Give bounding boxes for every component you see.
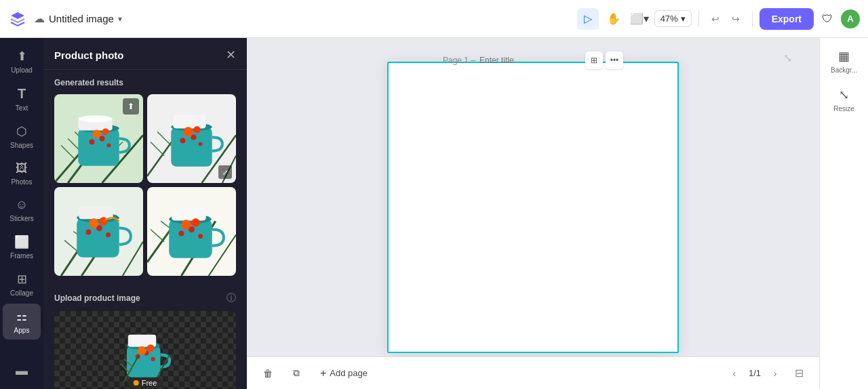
svg-point-59	[192, 218, 200, 226]
zoom-control[interactable]: 47% ▾	[654, 10, 692, 27]
canvas-wrapper: Page 1 – ⊞ ••• ⤡	[247, 38, 819, 356]
free-badge-dot	[134, 380, 139, 386]
duplicate-page-button[interactable]: ⧉	[286, 363, 307, 384]
svg-point-66	[138, 346, 146, 355]
app-logo	[8, 9, 27, 28]
upload-header: Upload product image ⓘ	[54, 292, 236, 304]
page-label-bar: Page 1 – ⊞ •••	[443, 52, 623, 69]
delete-page-button[interactable]: 🗑	[258, 363, 278, 384]
title-section: ☁ Untitled image ▾	[34, 12, 570, 25]
frame-view-button[interactable]: ⊞	[585, 52, 603, 69]
panel-header: Product photo ✕	[43, 38, 247, 70]
svg-point-16	[78, 115, 112, 122]
background-panel-icon: ▦	[838, 49, 850, 64]
more-options-button[interactable]: •••	[606, 52, 623, 69]
topbar: ☁ Untitled image ▾ ▷ ✋ ⬜▾ 47% ▾ ↩ ↪ Expo…	[0, 0, 868, 38]
svg-point-27	[191, 134, 196, 140]
right-panel-resize[interactable]: ⤡ Resize	[824, 82, 865, 118]
zoom-value: 47%	[660, 14, 678, 24]
stickers-icon: ☺	[16, 198, 28, 212]
sidebar-item-collage[interactable]: ⊞ Collage	[3, 266, 41, 302]
frames-icon: ⬜	[14, 234, 29, 249]
notes-icon: ▬	[16, 364, 28, 378]
grid-view-button[interactable]: ⊟	[789, 364, 808, 383]
redo-button[interactable]: ↪	[726, 9, 745, 28]
svg-rect-25	[173, 115, 205, 128]
sidebar-item-upload[interactable]: ⬆ Upload	[3, 43, 41, 79]
svg-point-12	[100, 136, 105, 141]
result-thumb-4[interactable]	[147, 187, 236, 276]
sidebar-item-label-frames: Frames	[10, 252, 33, 260]
sidebar-item-photos[interactable]: 🖼 Photos	[3, 156, 41, 191]
results-grid: ⬆	[54, 94, 236, 276]
sidebar-item-stickers[interactable]: ☺ Stickers	[3, 192, 41, 228]
result-thumb-3[interactable]	[54, 187, 143, 276]
next-page-button[interactable]: ›	[766, 365, 784, 382]
title-chevron-icon[interactable]: ▾	[118, 14, 122, 24]
svg-point-13	[107, 144, 111, 148]
zoom-chevron-icon: ▾	[681, 14, 686, 24]
resize-panel-label: Resize	[833, 105, 854, 112]
result-thumb-1[interactable]: ⬆	[54, 94, 143, 183]
panel-sidebar: Product photo ✕ Generated results	[43, 38, 247, 389]
right-panel: ▦ Backgr... ⤡ Resize	[819, 38, 868, 389]
svg-point-28	[199, 142, 203, 146]
sidebar-item-label-stickers: Stickers	[9, 215, 34, 222]
svg-point-44	[100, 217, 108, 225]
svg-point-40	[85, 229, 91, 234]
undo-redo-group: ↩ ↪	[706, 9, 745, 28]
svg-point-29	[183, 127, 193, 136]
result-thumb-2[interactable]: ⤢	[147, 94, 236, 183]
free-badge-label: Free	[142, 379, 157, 387]
free-badge: Free	[128, 377, 163, 388]
generated-results-label: Generated results	[54, 78, 236, 87]
svg-point-11	[89, 140, 94, 145]
sidebar-item-apps[interactable]: ⚏ Apps	[3, 304, 41, 340]
avatar[interactable]: A	[841, 9, 860, 28]
sidebar-item-shapes[interactable]: ⬡ Shapes	[3, 119, 41, 155]
toolbar-divider-2	[752, 11, 753, 27]
bottom-bar: 🗑 ⧉ + Add page ‹ 1/1 › ⊟	[247, 356, 819, 389]
sidebar-item-label-upload: Upload	[11, 66, 33, 74]
export-button[interactable]: Export	[760, 8, 814, 30]
sidebar-item-label-collage: Collage	[10, 289, 33, 297]
plus-icon: +	[320, 367, 326, 380]
canvas-area: Page 1 – ⊞ ••• ⤡ 🗑 ⧉ + Add page ‹ 1/1	[247, 38, 819, 389]
document-title[interactable]: Untitled image	[49, 13, 114, 24]
add-page-button[interactable]: + Add page	[315, 364, 373, 383]
page-number-label: Page 1 –	[443, 56, 475, 65]
svg-point-55	[178, 230, 184, 236]
text-icon: T	[18, 86, 26, 102]
icon-sidebar: ⬆ Upload T Text ⬡ Shapes 🖼 Photos ☺ Stic…	[0, 38, 43, 389]
page-indicator: 1/1	[749, 368, 761, 378]
sidebar-item-frames[interactable]: ⬜ Frames	[3, 229, 41, 265]
select-tool-button[interactable]: ▷	[577, 8, 599, 30]
frame-tool-button[interactable]: ⬜▾	[629, 8, 650, 30]
svg-rect-54	[172, 207, 205, 220]
info-icon[interactable]: ⓘ	[226, 292, 236, 304]
photos-icon: 🖼	[16, 161, 28, 176]
main-layout: ⬆ Upload T Text ⬡ Shapes 🖼 Photos ☺ Stic…	[0, 38, 868, 389]
panel-close-button[interactable]: ✕	[226, 47, 236, 62]
shield-icon: 🛡	[818, 9, 837, 28]
page-title-input[interactable]	[479, 56, 581, 65]
bottom-right: ‹ 1/1 › ⊟	[726, 364, 808, 383]
hand-tool-button[interactable]: ✋	[603, 8, 625, 30]
svg-point-26	[180, 138, 185, 143]
svg-point-15	[102, 128, 109, 135]
undo-button[interactable]: ↩	[706, 9, 725, 28]
thumb1-upload-icon: ⬆	[123, 98, 139, 115]
resize-panel-icon: ⤡	[839, 87, 849, 102]
right-panel-background[interactable]: ▦ Backgr...	[824, 43, 865, 79]
thumb2-expand-icon: ⤢	[218, 165, 232, 179]
prev-page-button[interactable]: ‹	[726, 365, 743, 382]
topbar-tools: ▷ ✋ ⬜▾ 47% ▾ ↩ ↪ Export 🛡 A	[577, 8, 860, 30]
sidebar-item-text[interactable]: T Text	[3, 81, 41, 117]
sidebar-item-label-text: Text	[16, 104, 28, 112]
add-page-label: Add page	[330, 368, 368, 378]
svg-point-57	[198, 234, 203, 239]
background-panel-label: Backgr...	[831, 66, 857, 74]
svg-point-30	[194, 126, 201, 133]
sidebar-item-bottom[interactable]: ▬	[3, 359, 41, 384]
upload-preview: Free	[54, 311, 236, 389]
